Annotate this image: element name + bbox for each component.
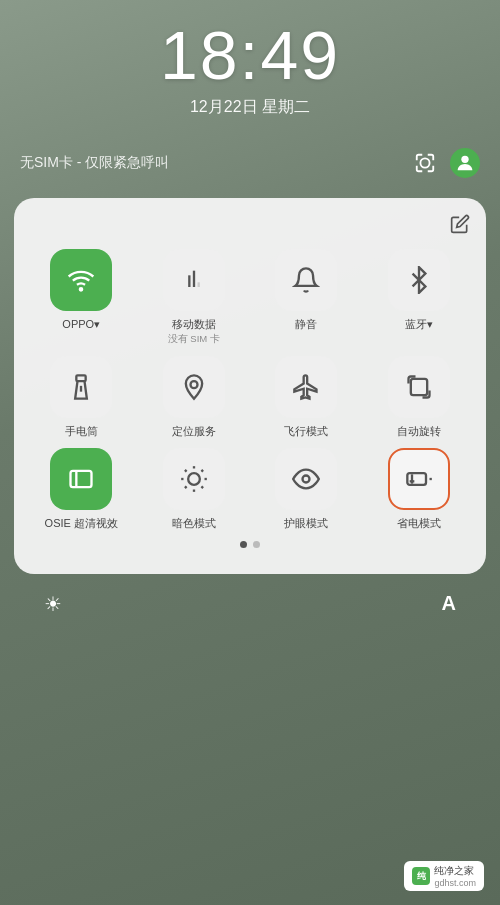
control-panel: OPPO▾ 移动数据 没有 SIM 卡 静音 蓝牙▾ 手电筒 (14, 198, 486, 574)
toggle-button-wifi[interactable] (50, 249, 112, 311)
toggle-sublabel-mobile-data: 没有 SIM 卡 (168, 333, 220, 346)
toggle-button-osie[interactable] (50, 448, 112, 510)
svg-line-15 (185, 470, 187, 472)
time-display: 18:49 (20, 18, 480, 93)
toggle-label-mobile-data: 移动数据 (172, 317, 216, 331)
page-dot-1 (240, 541, 247, 548)
toggle-label-wifi: OPPO▾ (62, 317, 100, 331)
page-dots (30, 541, 470, 548)
toggle-button-rotate[interactable] (388, 356, 450, 418)
toggle-button-location[interactable] (163, 356, 225, 418)
toggle-item-eye-protect: 护眼模式 (255, 448, 358, 530)
toggle-item-airplane: 飞行模式 (255, 356, 358, 438)
svg-point-8 (190, 381, 197, 388)
toggle-button-flashlight[interactable] (50, 356, 112, 418)
toggle-button-eye-protect[interactable] (275, 448, 337, 510)
svg-point-2 (80, 288, 82, 290)
toggle-item-wifi: OPPO▾ (30, 249, 133, 346)
toggle-item-location: 定位服务 (143, 356, 246, 438)
svg-line-16 (201, 487, 203, 489)
page-dot-2 (253, 541, 260, 548)
scan-icon[interactable] (410, 148, 440, 178)
toggle-item-osie: OSIE 超清视效 (30, 448, 133, 530)
svg-point-1 (461, 155, 468, 162)
font-size-button[interactable]: A (442, 592, 456, 615)
toggle-label-battery-saver: 省电模式 (397, 516, 441, 530)
svg-rect-10 (71, 471, 92, 487)
date-display: 12月22日 星期二 (20, 97, 480, 118)
svg-point-21 (303, 476, 310, 483)
toggle-label-location: 定位服务 (172, 424, 216, 438)
notification-bar: 无SIM卡 - 仅限紧急呼叫 (0, 136, 500, 190)
toggle-button-battery-saver[interactable] (388, 448, 450, 510)
toggle-item-rotate: 自动旋转 (368, 356, 471, 438)
toggle-label-rotate: 自动旋转 (397, 424, 441, 438)
panel-header (30, 214, 470, 239)
notif-icons (410, 148, 480, 178)
svg-line-19 (185, 487, 187, 489)
bottom-bar: ☀ A (14, 582, 486, 626)
toggle-button-dark-mode[interactable] (163, 448, 225, 510)
toggle-label-dark-mode: 暗色模式 (172, 516, 216, 530)
watermark: 纯 纯净之家 gdhst.com (404, 861, 484, 891)
svg-rect-22 (407, 474, 426, 486)
toggle-button-airplane[interactable] (275, 356, 337, 418)
svg-rect-9 (411, 379, 427, 395)
svg-line-20 (201, 470, 203, 472)
toggle-item-silent: 静音 (255, 249, 358, 346)
edit-icon[interactable] (450, 214, 470, 239)
watermark-url: gdhst.com (434, 878, 476, 888)
toggle-grid: OPPO▾ 移动数据 没有 SIM 卡 静音 蓝牙▾ 手电筒 (30, 249, 470, 531)
toggle-label-silent: 静音 (295, 317, 317, 331)
svg-rect-6 (77, 375, 86, 381)
brightness-icon[interactable]: ☀ (44, 592, 62, 616)
watermark-text: 纯净之家 gdhst.com (434, 864, 476, 888)
toggle-item-battery-saver: 省电模式 (368, 448, 471, 530)
toggle-item-flashlight: 手电筒 (30, 356, 133, 438)
toggle-button-bluetooth[interactable] (388, 249, 450, 311)
toggle-item-mobile-data: 移动数据 没有 SIM 卡 (143, 249, 246, 346)
avatar-icon[interactable] (450, 148, 480, 178)
watermark-logo: 纯 (412, 867, 430, 885)
toggle-item-dark-mode: 暗色模式 (143, 448, 246, 530)
toggle-button-mobile-data[interactable] (163, 249, 225, 311)
status-bar: 18:49 12月22日 星期二 (0, 0, 500, 126)
toggle-item-bluetooth: 蓝牙▾ (368, 249, 471, 346)
toggle-label-bluetooth: 蓝牙▾ (405, 317, 433, 331)
sim-status: 无SIM卡 - 仅限紧急呼叫 (20, 154, 169, 172)
toggle-button-silent[interactable] (275, 249, 337, 311)
svg-point-0 (420, 158, 429, 167)
toggle-label-osie: OSIE 超清视效 (45, 516, 118, 530)
watermark-site: 纯净之家 (434, 864, 476, 878)
toggle-label-flashlight: 手电筒 (65, 424, 98, 438)
toggle-label-eye-protect: 护眼模式 (284, 516, 328, 530)
svg-point-12 (188, 474, 200, 486)
toggle-label-airplane: 飞行模式 (284, 424, 328, 438)
